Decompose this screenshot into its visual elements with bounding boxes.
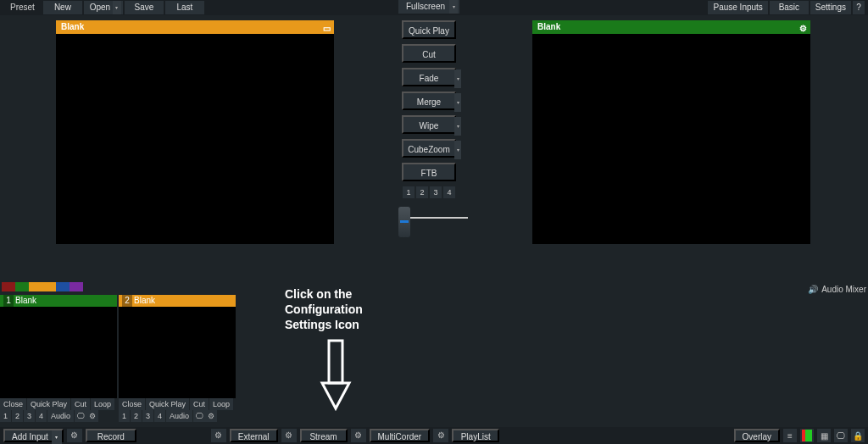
color-chip-0[interactable] bbox=[2, 282, 15, 291]
input-1-button[interactable]: 1 bbox=[0, 410, 12, 422]
monitor-icon[interactable]: 🖵 bbox=[834, 429, 848, 442]
color-chip-1[interactable] bbox=[15, 282, 29, 291]
gear-icon[interactable]: ⚙ bbox=[86, 410, 98, 422]
instruction-annotation: Click on the Configuration Settings Icon bbox=[285, 286, 363, 332]
ftb-button[interactable]: FTB bbox=[402, 163, 456, 181]
monitor-icon[interactable]: 🖵 bbox=[75, 410, 86, 422]
inputs-row: 1BlankCloseQuick PlayCutLoop1234Audio🖵⚙2… bbox=[0, 295, 236, 422]
input-4-button[interactable]: 4 bbox=[154, 410, 166, 422]
gear-icon[interactable]: ⚙ bbox=[799, 22, 807, 36]
loop-button[interactable]: Loop bbox=[91, 398, 115, 410]
chevron-down-icon[interactable]: ▾ bbox=[113, 1, 121, 14]
close-button[interactable]: Close bbox=[0, 398, 27, 410]
t-bar-track bbox=[405, 217, 468, 219]
record-button[interactable]: Record bbox=[86, 429, 136, 442]
transition-column: Quick Play Cut Fade▾ Merge▾ Wipe▾ CubeZo… bbox=[398, 20, 459, 234]
new-button[interactable]: New bbox=[43, 1, 82, 14]
wipe-button[interactable]: Wipe▾ bbox=[402, 115, 456, 134]
chevron-down-icon[interactable]: ▾ bbox=[454, 93, 461, 112]
color-chip-5[interactable] bbox=[70, 282, 83, 291]
color-chip-4[interactable] bbox=[56, 282, 70, 291]
overlay-1-button[interactable]: 1 bbox=[403, 186, 415, 198]
preview-video[interactable] bbox=[56, 34, 334, 244]
basic-button[interactable]: Basic bbox=[770, 1, 809, 14]
input-audio-button[interactable]: Audio bbox=[166, 410, 193, 422]
quick-play-button[interactable]: Quick Play bbox=[146, 398, 190, 410]
external-button[interactable]: External bbox=[230, 429, 278, 442]
list-icon[interactable]: ≡ bbox=[783, 429, 797, 442]
grid-icon[interactable]: ▦ bbox=[817, 429, 831, 442]
output-panel: Blank ⚙ bbox=[532, 20, 810, 244]
input-3-button[interactable]: 3 bbox=[24, 410, 36, 422]
svg-rect-0 bbox=[329, 341, 342, 383]
gear-icon[interactable]: ⚙ bbox=[433, 429, 448, 442]
audio-levels-icon[interactable] bbox=[800, 429, 814, 442]
gear-icon[interactable]: ⚙ bbox=[351, 429, 366, 442]
color-chip-2[interactable] bbox=[29, 282, 42, 291]
fullscreen-button[interactable]: Fullscreen▾ bbox=[398, 0, 459, 14]
category-color-strip bbox=[2, 282, 83, 291]
last-button[interactable]: Last bbox=[165, 1, 204, 14]
input-name: Blank bbox=[134, 296, 155, 305]
t-bar-slider[interactable] bbox=[398, 203, 466, 234]
merge-button[interactable]: Merge▾ bbox=[402, 92, 456, 110]
close-button[interactable]: Close bbox=[119, 398, 146, 410]
settings-button[interactable]: Settings bbox=[810, 1, 851, 14]
chevron-down-icon[interactable]: ▾ bbox=[52, 430, 62, 444]
input-2-button[interactable]: 2 bbox=[131, 410, 142, 422]
input-title[interactable]: 2Blank bbox=[119, 295, 236, 307]
help-button[interactable]: ? bbox=[853, 1, 865, 14]
chevron-down-icon[interactable]: ▾ bbox=[449, 0, 458, 14]
chevron-down-icon[interactable]: ▾ bbox=[454, 69, 461, 88]
input-thumbnail[interactable] bbox=[0, 307, 117, 398]
cut-button[interactable]: Cut bbox=[190, 398, 209, 410]
output-title: Blank bbox=[537, 22, 560, 31]
preview-title-bar: Blank ▭ bbox=[56, 20, 334, 34]
window-icon[interactable]: ▭ bbox=[323, 22, 331, 36]
overlay-2-button[interactable]: 2 bbox=[416, 186, 428, 198]
pause-inputs-button[interactable]: Pause Inputs bbox=[708, 1, 767, 14]
input-audio-button[interactable]: Audio bbox=[47, 410, 75, 422]
open-button[interactable]: Open▾ bbox=[84, 1, 123, 14]
input-4-button[interactable]: 4 bbox=[36, 410, 47, 422]
cut-button[interactable]: Cut bbox=[71, 398, 91, 410]
gear-icon[interactable]: ⚙ bbox=[211, 429, 226, 442]
loop-button[interactable]: Loop bbox=[209, 398, 234, 410]
gear-icon[interactable]: ⚙ bbox=[205, 410, 217, 422]
chevron-down-icon[interactable]: ▾ bbox=[454, 141, 461, 159]
input-2-button[interactable]: 2 bbox=[12, 410, 24, 422]
quick-play-button[interactable]: Quick Play bbox=[402, 20, 456, 39]
overlay-button[interactable]: Overlay bbox=[734, 429, 780, 442]
input-3-button[interactable]: 3 bbox=[142, 410, 154, 422]
bottom-bar: Add Input▾ ⚙ Record ⚙ External ⚙ Stream … bbox=[0, 427, 868, 444]
lock-icon[interactable]: 🔒 bbox=[851, 429, 865, 442]
audio-mixer-toggle[interactable]: 🔊 Audio Mixer bbox=[808, 285, 866, 294]
input-name: Blank bbox=[15, 296, 36, 305]
monitor-icon[interactable]: 🖵 bbox=[193, 410, 205, 422]
gear-icon[interactable]: ⚙ bbox=[67, 429, 82, 442]
save-button[interactable]: Save bbox=[125, 1, 164, 14]
input-card-1: 1BlankCloseQuick PlayCutLoop1234Audio🖵⚙ bbox=[0, 295, 117, 422]
output-title-bar: Blank ⚙ bbox=[532, 20, 810, 34]
playlist-button[interactable]: PlayList bbox=[452, 429, 499, 442]
stream-button[interactable]: Stream bbox=[300, 429, 348, 442]
fade-button[interactable]: Fade▾ bbox=[402, 68, 456, 86]
cut-button[interactable]: Cut bbox=[402, 44, 456, 63]
color-chip-3[interactable] bbox=[42, 282, 56, 291]
stream-settings-gear-icon[interactable]: ⚙ bbox=[281, 429, 297, 442]
input-1-button[interactable]: 1 bbox=[119, 410, 131, 422]
preview-title: Blank bbox=[61, 22, 84, 31]
multicorder-button[interactable]: MultiCorder bbox=[370, 429, 431, 442]
input-thumbnail[interactable] bbox=[119, 307, 236, 398]
output-video[interactable] bbox=[532, 34, 810, 244]
chevron-down-icon[interactable]: ▾ bbox=[454, 117, 461, 136]
t-bar-handle[interactable] bbox=[398, 207, 410, 237]
cubezoom-button[interactable]: CubeZoom▾ bbox=[402, 139, 456, 158]
preset-label: Preset bbox=[3, 1, 42, 14]
overlay-3-button[interactable]: 3 bbox=[430, 186, 442, 198]
overlay-4-button[interactable]: 4 bbox=[443, 186, 455, 198]
input-title[interactable]: 1Blank bbox=[0, 295, 117, 307]
svg-marker-1 bbox=[322, 383, 349, 408]
add-input-button[interactable]: Add Input▾ bbox=[3, 429, 64, 442]
quick-play-button[interactable]: Quick Play bbox=[27, 398, 71, 410]
